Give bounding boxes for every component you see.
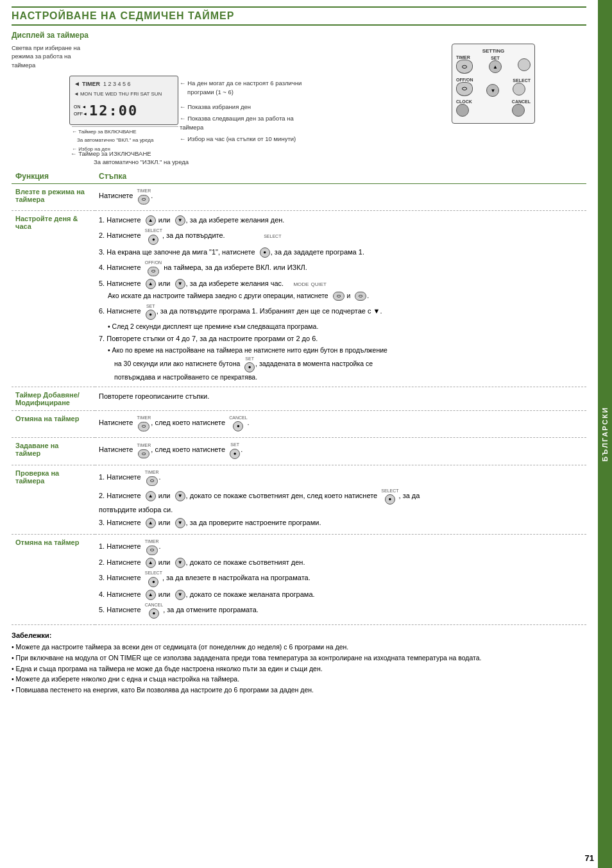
clock-label: CLOCK bbox=[456, 99, 472, 104]
cancel2-step-4: 4. Натиснете ▲ или ▼, докато се покаже ж… bbox=[99, 589, 582, 600]
table-row: Настройте деня &часа 1. Натиснете ▲ или … bbox=[12, 211, 586, 387]
down-btn-c3[interactable]: ▼ bbox=[175, 518, 185, 528]
cancel-btn-c2[interactable]: ● bbox=[149, 608, 159, 619]
up-btn-5[interactable]: ▲ bbox=[146, 279, 156, 289]
display-diagram-left: Светва при избиране нарежима за работа н… bbox=[12, 44, 439, 165]
up-btn-c21[interactable]: ▲ bbox=[146, 558, 156, 568]
step-2-6-sub: • След 2 секунди дисплеят ще премине към… bbox=[108, 322, 582, 332]
note-2: • При включване на модула от ON TIMER ще… bbox=[12, 653, 586, 664]
check-step-1: 1. Натиснете TIMER ⬭ . bbox=[99, 469, 582, 486]
step-1: Натиснете TIMER ⬭ . bbox=[99, 188, 582, 204]
notes-title: Забележки: bbox=[12, 630, 586, 642]
cancel-wrap-c2: CANCEL ● bbox=[145, 602, 163, 619]
col-step: Стъпка bbox=[95, 169, 586, 184]
step-cell: Натиснете TIMER ⬭ , след което натиснете… bbox=[95, 438, 586, 465]
timer-btn[interactable]: ⬭ bbox=[456, 60, 473, 74]
display-diagram-container: Светва при избиране нарежима за работа н… bbox=[12, 44, 586, 165]
table-row: Влезте в режима на таймера Натиснете TIM… bbox=[12, 184, 586, 211]
panel-row-1: TIMER ⬭ SET ▲ bbox=[456, 55, 531, 74]
notes-section: Забележки: • Можете да настроите таймера… bbox=[12, 630, 586, 696]
select-btn-3[interactable]: ● bbox=[260, 247, 270, 258]
offon-wrap: OFF/ON ⬭ bbox=[145, 260, 162, 276]
annotation-3: ← Показва избрания ден bbox=[180, 103, 308, 112]
func-cell: Задаване натаймер bbox=[12, 438, 95, 465]
down-btn-c22[interactable]: ▼ bbox=[175, 590, 185, 600]
select-wrap-2: SELECT bbox=[264, 233, 281, 240]
annotation-5: ← Избор на час (на стъпки от 10 минути) bbox=[180, 135, 308, 144]
step-2-4: 4. Натиснете OFF/ON ⬭ на таймера, за да … bbox=[99, 260, 582, 276]
up-btn-c2[interactable]: ▲ bbox=[146, 491, 156, 501]
set-wrap-set: SET ● bbox=[229, 442, 241, 459]
timer-oval-btn[interactable]: ⬭ bbox=[138, 195, 149, 204]
step-cell: Натиснете TIMER ⬭ , след което натиснете… bbox=[95, 410, 586, 438]
set-btn-circle[interactable] bbox=[518, 58, 531, 71]
step-cell: 1. Натиснете TIMER ⬭ . 2. Натиснете ▲ ил… bbox=[95, 465, 586, 534]
panel-row-2: OFF/ON ⬭ ▼ SELECT bbox=[456, 76, 531, 97]
down-btn-5[interactable]: ▼ bbox=[175, 279, 185, 289]
note-3: • Една и съща програма на таймера не мож… bbox=[12, 664, 586, 674]
offon-label: OFF/ON bbox=[456, 78, 473, 82]
step-2-7: 7. Повторете стъпки от 4 до 7, за да нас… bbox=[99, 333, 582, 344]
annotation-6: ← Таймер за ИЗКЛЮЧВАНЕ За автоматично "И… bbox=[69, 149, 281, 167]
select-btn-c21[interactable]: ● bbox=[148, 577, 158, 587]
set-wrap-sub: SET ● bbox=[244, 356, 255, 372]
display-section-title: Дисплей за таймера bbox=[12, 31, 586, 40]
side-label: БЪЛГАРСКИ bbox=[601, 406, 609, 462]
display-diagram-right: SETTING TIMER ⬭ SET ▲ bbox=[452, 44, 586, 165]
step-2-6: 6. Натиснете SET ● , за да потвърдите пр… bbox=[99, 303, 582, 321]
cancel2-step-5: 5. Натиснете CANCEL ● , за да отмените п… bbox=[99, 602, 582, 619]
step-cell: 1. Натиснете ▲ или ▼, за да изберете жел… bbox=[95, 211, 586, 387]
timer-oval-cancel[interactable]: ⬭ bbox=[138, 422, 149, 431]
down-btn-c21[interactable]: ▼ bbox=[175, 558, 185, 568]
step-2-5: 5. Натиснете ▲ или ▼, за да изберете жел… bbox=[99, 278, 582, 289]
timer-oval-set[interactable]: ⬭ bbox=[138, 449, 149, 459]
set-btn[interactable]: ▲ bbox=[489, 60, 502, 73]
down-btn-c2[interactable]: ▼ bbox=[175, 491, 185, 501]
up-btn-c22[interactable]: ▲ bbox=[146, 590, 156, 600]
setting-label: SETTING bbox=[456, 48, 531, 54]
timer-oval-c21[interactable]: ⬭ bbox=[146, 546, 158, 555]
timer-wrap-check: TIMER ⬭ bbox=[145, 469, 159, 486]
timer-wrap-c21: TIMER ⬭ bbox=[145, 538, 159, 555]
cancel-btn[interactable] bbox=[512, 104, 525, 117]
mode-btn[interactable]: ⬭ bbox=[333, 292, 344, 301]
offon-inline[interactable]: ⬭ bbox=[148, 267, 159, 276]
cancel2-step-1: 1. Натиснете TIMER ⬭ . bbox=[99, 538, 582, 555]
timer-oval-check[interactable]: ⬭ bbox=[146, 476, 158, 486]
down-btn[interactable]: ▼ bbox=[175, 215, 185, 226]
step-cell: Повторете гореописаните стъпки. bbox=[95, 387, 586, 410]
step-2-1: 1. Натиснете ▲ или ▼, за да изберете жел… bbox=[99, 215, 582, 226]
note-4: • Можете да изберете няколко дни с една … bbox=[12, 674, 586, 685]
select-btn-c2[interactable]: ● bbox=[385, 494, 395, 505]
table-row: Отмяна на таймер 1. Натиснете TIMER ⬭ . … bbox=[12, 535, 586, 625]
select-wrap: SELECT ● bbox=[145, 228, 162, 245]
set-btn-6[interactable]: ● bbox=[146, 310, 156, 320]
up-btn[interactable]: ▲ bbox=[146, 215, 156, 226]
set-btn-set[interactable]: ● bbox=[230, 449, 240, 459]
table-row: Таймер Добавяне/Модифициране Повторете г… bbox=[12, 387, 586, 410]
note-1: • Можете да настроите таймера за всеки д… bbox=[12, 642, 586, 653]
table-row: Отмяна на таймер Натиснете TIMER ⬭ , сле… bbox=[12, 410, 586, 438]
offon-btn[interactable]: ⬭ bbox=[456, 82, 473, 96]
quiet-btn[interactable]: ⬭ bbox=[355, 292, 366, 301]
func-cell: Таймер Добавяне/Модифициране bbox=[12, 387, 95, 410]
down-btn[interactable]: ▼ bbox=[486, 84, 499, 97]
func-cell: Отмяна на таймер bbox=[12, 535, 95, 625]
step-cell: 1. Натиснете TIMER ⬭ . 2. Натиснете ▲ ил… bbox=[95, 535, 586, 625]
step-cell: Натиснете TIMER ⬭ . bbox=[95, 184, 586, 211]
set-btn-sub[interactable]: ● bbox=[244, 362, 255, 372]
select-inline-btn[interactable]: ● bbox=[148, 235, 158, 245]
steps-table: Функция Стъпка Влезте в режима на таймер… bbox=[12, 169, 586, 625]
table-row: Проверка натаймера 1. Натиснете TIMER ⬭ … bbox=[12, 465, 586, 534]
timer-btn-inline: TIMER ⬭ bbox=[137, 188, 151, 204]
clock-btn[interactable] bbox=[456, 104, 469, 117]
set-wrap-6: SET ● bbox=[145, 303, 157, 321]
timer-label: TIMER bbox=[456, 55, 473, 60]
select-btn[interactable] bbox=[513, 83, 525, 96]
select-wrap-c21: SELECT ● bbox=[145, 570, 162, 587]
up-btn-c3[interactable]: ▲ bbox=[146, 518, 156, 528]
set-label: SET bbox=[489, 56, 502, 60]
cancel2-step-3: 3. Натиснете SELECT ● , за да влезете в … bbox=[99, 570, 582, 587]
cancel-inline[interactable]: ● bbox=[233, 421, 243, 431]
cancel-step: Натиснете TIMER ⬭ , след което натиснете… bbox=[99, 415, 582, 432]
